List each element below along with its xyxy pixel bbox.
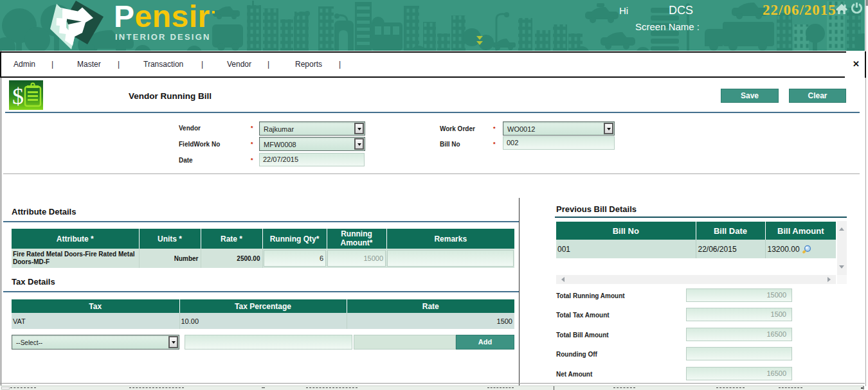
svg-text:$: $	[12, 84, 24, 109]
